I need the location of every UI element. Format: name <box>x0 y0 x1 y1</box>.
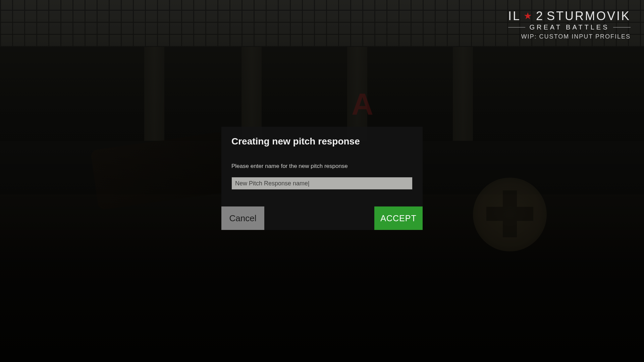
dialog-button-row: Cancel ACCEPT <box>221 206 423 230</box>
dialog-title: Creating new pitch response <box>231 136 413 147</box>
logo-wip-text: WIP: CUSTOM INPUT PROFILES <box>508 33 631 40</box>
game-logo: IL ★ 2 STURMOVIK GREAT BATTLES WIP: CUST… <box>508 10 631 40</box>
pitch-response-name-input[interactable] <box>231 177 413 190</box>
logo-il-text: IL <box>508 10 521 22</box>
logo-sturmovik-text: STURMOVIK <box>547 10 631 22</box>
logo-star-icon: ★ <box>524 11 533 21</box>
logo-main-line: IL ★ 2 STURMOVIK <box>508 10 631 22</box>
logo-subtitle: GREAT BATTLES <box>508 23 631 31</box>
logo-two-text: 2 <box>536 10 544 22</box>
logo-subtitle-text: GREAT BATTLES <box>529 23 609 31</box>
create-pitch-response-dialog: Creating new pitch response Please enter… <box>221 127 423 230</box>
dialog-prompt: Please enter name for the new pitch resp… <box>231 163 413 170</box>
accept-button[interactable]: ACCEPT <box>374 206 423 230</box>
cancel-button[interactable]: Cancel <box>221 206 264 230</box>
